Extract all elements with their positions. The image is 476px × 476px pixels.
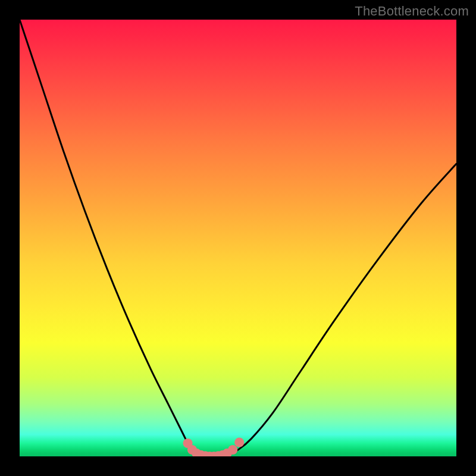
bottleneck-curve [20, 20, 456, 456]
minimum-dot [228, 445, 237, 455]
watermark-text: TheBottleneck.com [355, 4, 469, 19]
outer-frame: TheBottleneck.com [0, 0, 476, 476]
plot-area [20, 20, 456, 456]
chart-svg [20, 20, 456, 456]
minimum-dots [183, 437, 245, 456]
minimum-dot [234, 437, 244, 447]
